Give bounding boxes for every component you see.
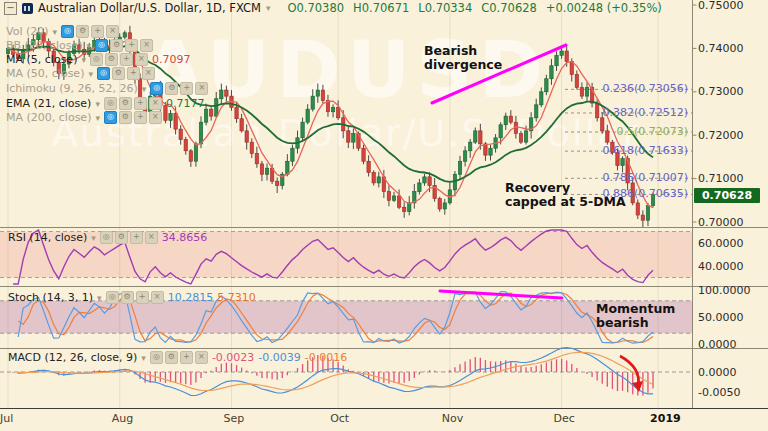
collapse-icon[interactable]: − [4, 2, 17, 15]
candle-body [458, 161, 461, 174]
candle-body [575, 74, 578, 87]
gear-icon[interactable]: ⚙ [112, 67, 125, 80]
gear-icon[interactable]: ⚙ [105, 53, 118, 66]
candle-body [392, 196, 395, 200]
visibility-icon[interactable]: ◎ [97, 67, 110, 80]
candle-body [524, 131, 527, 142]
chevron-down-icon[interactable]: ▾ [97, 293, 102, 303]
macd-pane-title[interactable]: MACD (12, 26, close, 9)▾◎⚙+×-0.0023-0.00… [8, 351, 347, 364]
visibility-icon[interactable]: ◎ [150, 351, 163, 364]
candle-body [331, 107, 334, 111]
annotation-bearish-divergence[interactable]: Bearish divergence [424, 44, 502, 72]
legend-row-vol[interactable]: Vol (20)▾◎⚙+× [6, 25, 119, 38]
visibility-icon[interactable]: ◎ [104, 111, 117, 124]
annotation-momentum-bearish[interactable]: Momentum bearish [596, 302, 675, 330]
legend-icon-group: ◎⚙+× [104, 97, 162, 110]
pane-value: 5.7310 [217, 291, 256, 304]
candle-body [311, 96, 314, 109]
visibility-icon[interactable]: ◎ [106, 291, 119, 304]
candle-body [474, 131, 477, 142]
gear-icon[interactable]: ⚙ [119, 97, 132, 110]
macd-tick-label: 0.0000 [698, 366, 737, 379]
close-icon[interactable]: × [145, 231, 158, 244]
candle-body [555, 55, 558, 65]
visibility-icon[interactable]: ◎ [100, 231, 113, 244]
candle-body [321, 90, 324, 100]
plus-icon[interactable]: + [180, 82, 193, 95]
chevron-down-icon[interactable]: ▾ [88, 69, 93, 79]
close-icon[interactable]: × [149, 111, 162, 124]
gear-icon[interactable]: ⚙ [165, 82, 178, 95]
candle-body [235, 107, 238, 118]
chevron-down-icon[interactable]: ▾ [141, 353, 146, 363]
gear-icon[interactable]: ⚙ [110, 39, 123, 52]
candle-body [489, 148, 492, 155]
close-icon[interactable]: × [149, 97, 162, 110]
chevron-down-icon[interactable]: ▾ [53, 27, 58, 37]
legend-row-ema[interactable]: EMA (21, close)▾◎⚙+×0.7177 [6, 97, 204, 110]
ohlc-readout: O0.70380 H0.70671 L0.70334 C0.70628 +0.0… [287, 1, 661, 15]
legend-row-ma[interactable]: MA (50, close)▾◎⚙+× [6, 67, 155, 80]
candle-body [220, 90, 223, 99]
pane-title-label: RSI (14, close) [8, 231, 87, 244]
plus-icon[interactable]: + [125, 39, 138, 52]
chevron-down-icon[interactable]: ▾ [81, 55, 86, 65]
plus-icon[interactable]: + [134, 111, 147, 124]
stoch-pane-title[interactable]: Stoch (14, 3, 1)▾◎⚙+×10.28155.7310 [8, 291, 256, 304]
rsi-pane-title[interactable]: RSI (14, close)▾◎⚙+×34.8656 [8, 231, 207, 244]
candle-body [468, 142, 471, 151]
chevron-down-icon[interactable]: ▾ [95, 99, 100, 109]
candle-body [316, 90, 319, 96]
plus-icon[interactable]: + [120, 53, 133, 66]
legend-row-ma[interactable]: MA (5, close)▾◎⚙+×0.7097 [6, 53, 190, 66]
close-icon[interactable]: × [142, 67, 155, 80]
candle-body [428, 177, 431, 186]
close-icon[interactable]: × [106, 25, 119, 38]
chevron-down-icon[interactable]: ▾ [95, 113, 100, 123]
gear-icon[interactable]: ⚙ [165, 351, 178, 364]
gear-icon[interactable]: ⚙ [76, 25, 89, 38]
visibility-icon[interactable]: ◎ [104, 97, 117, 110]
close-icon[interactable]: × [195, 82, 208, 95]
chevron-down-icon[interactable]: ▾ [91, 233, 96, 243]
low-value: 0.70334 [425, 1, 473, 15]
candle-body [362, 148, 365, 161]
visibility-icon[interactable]: ◎ [61, 25, 74, 38]
legend-row-ichimoku[interactable]: Ichimoku (9, 26, 52, 26)▾◎⚙+× [6, 82, 208, 95]
plus-icon[interactable]: + [136, 291, 149, 304]
close-icon[interactable]: × [140, 39, 153, 52]
candle-body [519, 133, 522, 142]
candle-body [179, 129, 182, 139]
visibility-icon[interactable]: ◎ [95, 39, 108, 52]
legend-row-label: EMA (21, close) [6, 97, 91, 110]
symbol-title[interactable]: Australian Dollar/U.S. Dollar, 1D, FXCM [38, 1, 261, 15]
candle-body [301, 122, 304, 138]
close-icon[interactable]: × [195, 351, 208, 364]
visibility-icon[interactable]: ◎ [90, 53, 103, 66]
gear-icon[interactable]: ⚙ [121, 291, 134, 304]
plus-icon[interactable]: + [180, 351, 193, 364]
gear-icon[interactable]: ⚙ [119, 111, 132, 124]
legend-row-ma[interactable]: MA (200, close)▾◎⚙+× [6, 111, 162, 124]
plus-icon[interactable]: + [127, 67, 140, 80]
visibility-icon[interactable]: ◎ [150, 82, 163, 95]
legend-icon-group: ◎⚙+× [150, 82, 208, 95]
annotation-recovery[interactable]: Recovery capped at 5-DMA [505, 181, 626, 209]
gear-icon[interactable]: ⚙ [115, 231, 128, 244]
candle-body [174, 114, 177, 130]
chevron-down-icon[interactable]: ▾ [87, 41, 92, 51]
open-value: 0.70380 [296, 1, 344, 15]
close-icon[interactable]: × [151, 291, 164, 304]
fib-level-label: 0.5(0.72073) [616, 125, 688, 138]
price-tick-label: 0.72000 [698, 129, 744, 142]
close-icon[interactable]: × [135, 53, 148, 66]
chevron-down-icon[interactable]: ▾ [142, 84, 147, 94]
symbol-icon[interactable] [22, 3, 33, 14]
plus-icon[interactable]: + [91, 25, 104, 38]
legend-row-label: Ichimoku (9, 26, 52, 26) [6, 82, 138, 95]
legend-row-bb[interactable]: BB (20, close)▾◎⚙+× [6, 39, 153, 52]
plus-icon[interactable]: + [130, 231, 143, 244]
plus-icon[interactable]: + [134, 97, 147, 110]
candle-body [636, 203, 639, 215]
chevron-down-icon[interactable]: ▾ [266, 3, 271, 13]
